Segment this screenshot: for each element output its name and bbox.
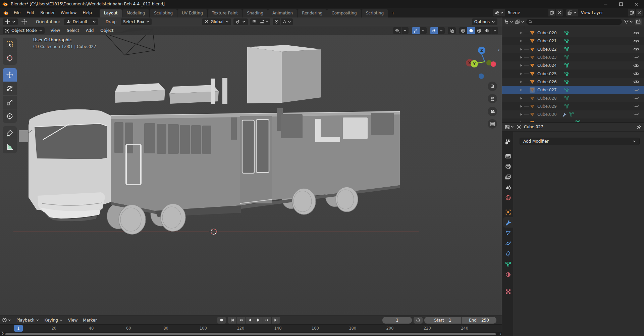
filter-dropdown[interactable]	[624, 19, 633, 24]
options-dropdown[interactable]: Options	[472, 18, 497, 25]
outliner-item-cube-021[interactable]: Cube.021	[502, 37, 644, 45]
gizmo-z-axis[interactable]: Z	[478, 47, 485, 54]
shading-solid-button[interactable]	[467, 27, 475, 34]
eye-open-icon[interactable]	[633, 39, 639, 43]
gizmos-toggle[interactable]	[412, 27, 420, 34]
eye-open-icon[interactable]	[633, 47, 639, 51]
workspace-tab-texture-paint[interactable]: Texture Paint	[208, 9, 242, 17]
workspace-tab-animation[interactable]: Animation	[268, 9, 297, 17]
gizmo-z-axis-neg[interactable]	[479, 74, 484, 79]
sidebar-collapse-arrow[interactable]: ‹	[498, 47, 500, 53]
expand-arrow-icon[interactable]	[520, 48, 523, 51]
end-frame-field[interactable]: End250	[462, 317, 496, 324]
camera-view-button[interactable]	[488, 107, 497, 116]
play-reverse-button[interactable]	[246, 317, 254, 324]
3d-viewport[interactable]: Object Mode ViewSelectAddObject	[0, 26, 502, 316]
expand-arrow-icon[interactable]	[520, 31, 523, 35]
eye-open-icon[interactable]	[633, 64, 639, 67]
editor-type-dropdown[interactable]	[504, 19, 513, 24]
workspace-tab-sculpting[interactable]: Sculpting	[150, 9, 177, 17]
falloff-dropdown[interactable]	[281, 18, 293, 25]
scene-name-field[interactable]: Scene	[505, 9, 548, 16]
outliner-item-cube-023[interactable]: Cube.023	[502, 53, 644, 61]
previous-keyframe-button[interactable]	[237, 317, 245, 324]
scale-tool[interactable]	[3, 96, 17, 109]
outliner-item-label[interactable]: Cube.028	[537, 96, 557, 101]
xray-toggle[interactable]	[448, 27, 456, 34]
outliner-item-label[interactable]: Cube.029	[537, 104, 557, 109]
new-collection-button[interactable]	[635, 18, 642, 25]
viewport-menu-view[interactable]: View	[47, 27, 63, 34]
properties-tab-render[interactable]	[503, 151, 513, 161]
outliner-item-cube-020[interactable]: Cube.020	[502, 29, 644, 37]
rotate-tool[interactable]	[3, 82, 17, 95]
properties-tab-tool[interactable]	[503, 136, 513, 147]
transform-orientation-dropdown[interactable]: Global	[202, 18, 231, 25]
expand-arrow-icon[interactable]	[520, 97, 523, 100]
expand-arrow-icon[interactable]	[520, 113, 523, 116]
shading-rendered-button[interactable]	[483, 27, 491, 34]
record-button[interactable]	[217, 317, 226, 324]
jump-to-start-button[interactable]	[228, 317, 236, 324]
show-object-types-dropdown[interactable]	[402, 27, 409, 34]
gizmo-y-axis[interactable]: Y	[471, 60, 478, 67]
properties-tab-modifiers[interactable]	[503, 217, 513, 228]
viewport-menu-add[interactable]: Add	[83, 27, 97, 34]
outliner-item-cube-022[interactable]: Cube.022	[502, 45, 644, 53]
perspective-toggle-button[interactable]	[488, 119, 497, 129]
close-button[interactable]	[629, 0, 644, 8]
transform-tool[interactable]	[3, 109, 17, 123]
editor-type-dropdown[interactable]	[505, 125, 514, 130]
measure-tool[interactable]	[3, 140, 17, 153]
eye-closed-icon[interactable]	[633, 55, 639, 59]
workspace-add-button[interactable]: +	[388, 9, 398, 17]
select-box-tool[interactable]	[3, 38, 17, 51]
start-frame-field[interactable]: Start1	[424, 317, 461, 324]
menu-window[interactable]: Window	[58, 9, 79, 16]
current-frame-field[interactable]: 1	[382, 317, 412, 324]
properties-tab-scene[interactable]	[503, 182, 513, 192]
view-layer-browse-button[interactable]	[566, 9, 578, 16]
properties-tab-object-data[interactable]	[503, 259, 513, 269]
panel-divider[interactable]	[502, 17, 502, 336]
outliner-item-label[interactable]: Cube.022	[537, 47, 557, 52]
expand-arrow-icon[interactable]	[520, 105, 523, 108]
outliner-item-cube-029[interactable]: Cube.029	[502, 102, 644, 110]
navigation-gizmo[interactable]: Z X Y	[465, 45, 501, 82]
menu-file[interactable]: File	[11, 9, 23, 16]
drag-dropdown[interactable]: Select Box	[121, 18, 152, 25]
eye-open-icon[interactable]	[633, 31, 639, 35]
properties-tab-constraints[interactable]	[503, 248, 513, 259]
expand-arrow-icon[interactable]	[520, 39, 523, 43]
proportional-edit-toggle[interactable]	[273, 18, 280, 25]
pivot-point-dropdown[interactable]	[233, 18, 248, 25]
expand-arrow-icon[interactable]	[520, 64, 523, 67]
properties-tab-object[interactable]	[503, 207, 513, 217]
minimize-button[interactable]	[598, 0, 613, 8]
channel-expand-arrow[interactable]: ❯	[1, 331, 4, 335]
timeline-menu-keying[interactable]: Keying	[42, 317, 65, 324]
maximize-button[interactable]	[613, 0, 629, 8]
outliner-item-label[interactable]: Cube.030	[537, 112, 557, 117]
blender-menu-icon[interactable]	[3, 10, 9, 16]
outliner-item-label[interactable]: Cube.024	[537, 63, 557, 68]
properties-tab-physics[interactable]	[503, 238, 513, 248]
gizmo-x-axis[interactable]	[491, 61, 496, 67]
timeline-menu-view[interactable]: View	[65, 317, 80, 324]
zoom-button[interactable]	[488, 82, 497, 91]
eye-closed-icon[interactable]	[633, 104, 639, 108]
jump-to-end-button[interactable]	[272, 317, 280, 324]
next-keyframe-button[interactable]	[263, 317, 271, 324]
shading-dropdown[interactable]	[491, 27, 498, 34]
play-button[interactable]	[254, 317, 263, 324]
properties-tab-material[interactable]	[503, 269, 513, 280]
outliner-item-label[interactable]: Cube.025	[537, 71, 557, 76]
eye-closed-icon[interactable]	[633, 88, 639, 92]
outliner-item-label[interactable]: Cube.026	[537, 80, 557, 84]
workspace-tab-layout[interactable]: Layout	[100, 9, 122, 17]
expand-arrow-icon[interactable]	[520, 88, 523, 92]
overlays-dropdown[interactable]	[438, 27, 445, 34]
properties-tab-texture[interactable]	[503, 286, 513, 297]
shading-material-button[interactable]	[475, 27, 483, 34]
display-mode-dropdown[interactable]	[515, 19, 524, 24]
